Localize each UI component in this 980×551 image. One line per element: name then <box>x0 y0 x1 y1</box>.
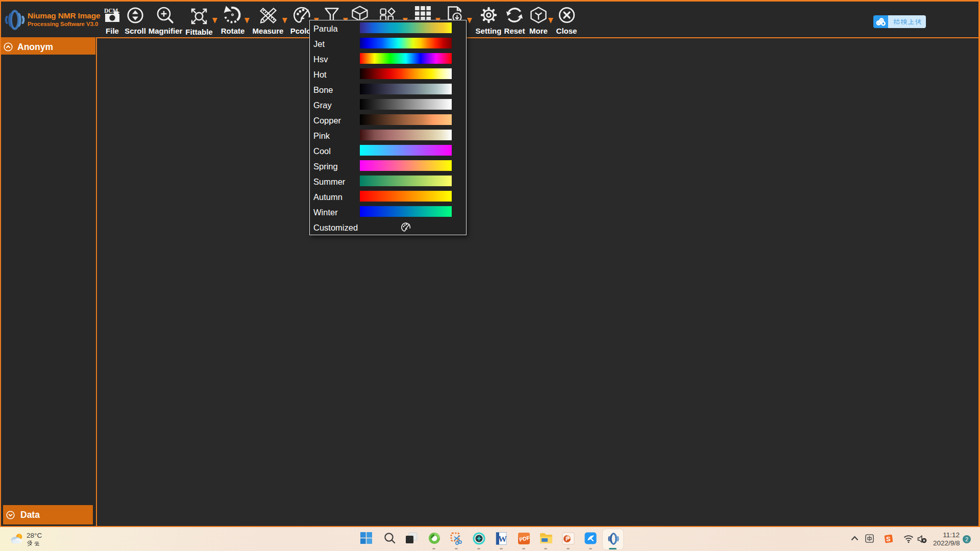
svg-text:S: S <box>886 535 891 543</box>
svg-text:P: P <box>566 536 569 542</box>
svg-text:W: W <box>498 534 507 544</box>
